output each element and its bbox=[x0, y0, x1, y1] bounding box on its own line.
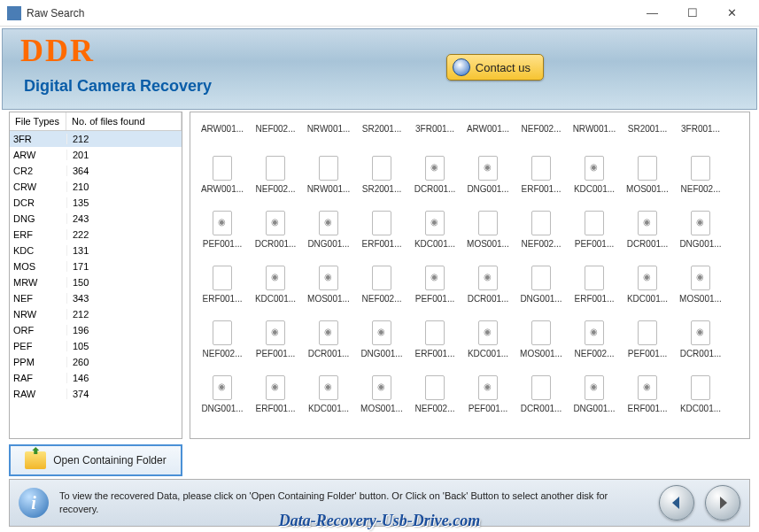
file-item[interactable]: MOS001... bbox=[515, 307, 567, 359]
file-type-row[interactable]: PPM260 bbox=[10, 354, 182, 370]
file-item[interactable]: 3FR001... bbox=[675, 118, 726, 139]
file-item[interactable]: NEF002... bbox=[250, 143, 301, 194]
files-grid-panel[interactable]: ARW001...NEF002...NRW001...SR2001...3FR0… bbox=[190, 112, 750, 439]
file-item[interactable]: ERF001... bbox=[569, 252, 620, 304]
file-item[interactable]: PEF001... bbox=[622, 307, 673, 359]
file-item[interactable]: PEF001... bbox=[250, 307, 301, 359]
file-item[interactable]: NEF002... bbox=[250, 118, 301, 139]
file-item[interactable]: DCR001... bbox=[303, 307, 354, 359]
file-item[interactable]: DCR001... bbox=[409, 143, 461, 194]
file-name: KDC001... bbox=[304, 404, 353, 413]
file-item[interactable]: DCR001... bbox=[622, 197, 673, 249]
file-type-row[interactable]: DCR135 bbox=[10, 195, 182, 211]
file-icon bbox=[638, 375, 657, 400]
contact-label: Contact us bbox=[476, 61, 531, 74]
file-item[interactable]: SR2001... bbox=[356, 143, 407, 194]
file-item[interactable]: PEF001... bbox=[462, 362, 514, 413]
file-item[interactable]: ARW001... bbox=[197, 143, 248, 194]
file-item[interactable]: DNG001... bbox=[675, 197, 726, 249]
file-item[interactable]: KDC001... bbox=[303, 362, 354, 413]
file-item[interactable]: DCR001... bbox=[675, 307, 726, 359]
file-item[interactable]: ERF001... bbox=[356, 197, 407, 249]
file-item[interactable]: ARW001... bbox=[197, 118, 248, 139]
file-item[interactable]: PEF001... bbox=[197, 197, 248, 249]
file-type-row[interactable]: MRW150 bbox=[10, 274, 182, 290]
file-item[interactable]: NRW001... bbox=[303, 143, 354, 194]
file-type-name: PPM bbox=[10, 357, 66, 367]
file-item[interactable]: KDC001... bbox=[569, 143, 620, 194]
file-item[interactable]: KDC001... bbox=[462, 307, 514, 359]
file-item[interactable]: MOS001... bbox=[356, 362, 407, 413]
file-type-row[interactable]: NEF343 bbox=[10, 290, 182, 306]
file-type-row[interactable]: ARW201 bbox=[10, 147, 182, 163]
file-item[interactable]: SR2001... bbox=[356, 118, 407, 139]
file-item[interactable]: NEF002... bbox=[569, 307, 620, 359]
file-item[interactable]: ERF001... bbox=[250, 362, 301, 413]
file-type-row[interactable]: ORF196 bbox=[10, 322, 182, 338]
file-type-row[interactable]: NRW212 bbox=[10, 306, 182, 322]
col-count[interactable]: No. of files found bbox=[66, 112, 182, 130]
file-item[interactable]: ERF001... bbox=[622, 362, 673, 413]
file-type-row[interactable]: RAF146 bbox=[10, 370, 182, 386]
open-containing-folder-button[interactable]: Open Containing Folder bbox=[9, 444, 182, 476]
file-name: DCR001... bbox=[516, 404, 566, 413]
file-item[interactable]: ERF001... bbox=[515, 143, 567, 194]
file-item[interactable]: DNG001... bbox=[303, 197, 354, 249]
file-type-row[interactable]: MOS171 bbox=[10, 258, 182, 274]
file-item[interactable]: DNG001... bbox=[356, 307, 407, 359]
file-item[interactable]: DNG001... bbox=[197, 362, 248, 413]
file-types-list[interactable]: 3FR212ARW201CR2364CRW210DCR135DNG243ERF2… bbox=[10, 131, 182, 438]
file-name: NEF002... bbox=[251, 184, 300, 194]
file-item[interactable]: SR2001... bbox=[622, 118, 673, 139]
file-item[interactable]: PEF001... bbox=[409, 252, 461, 304]
file-item[interactable]: MOS001... bbox=[303, 252, 354, 304]
back-button[interactable] bbox=[659, 485, 694, 520]
col-file-types[interactable]: File Types bbox=[10, 112, 66, 130]
file-item[interactable]: DCR001... bbox=[250, 197, 301, 249]
file-item[interactable]: NEF002... bbox=[409, 362, 461, 413]
file-icon bbox=[585, 156, 604, 181]
minimize-button[interactable]: — bbox=[632, 1, 672, 26]
file-item[interactable]: 3FR001... bbox=[409, 118, 461, 139]
file-item[interactable]: KDC001... bbox=[250, 252, 301, 304]
file-icon bbox=[638, 266, 657, 290]
file-type-row[interactable]: PEF105 bbox=[10, 338, 182, 354]
close-button[interactable]: ✕ bbox=[712, 1, 752, 26]
file-item[interactable]: NEF002... bbox=[675, 143, 726, 194]
file-type-row[interactable]: KDC131 bbox=[10, 243, 182, 258]
file-item[interactable]: DNG001... bbox=[569, 362, 620, 413]
file-item[interactable]: ERF001... bbox=[409, 307, 461, 359]
file-icon bbox=[213, 211, 232, 235]
file-item[interactable]: MOS001... bbox=[462, 197, 514, 249]
file-item[interactable]: KDC001... bbox=[622, 252, 673, 304]
file-item[interactable]: KDC001... bbox=[675, 362, 726, 413]
maximize-button[interactable]: ☐ bbox=[672, 1, 712, 26]
file-item[interactable]: NEF002... bbox=[515, 118, 567, 139]
file-type-row[interactable]: 3FR212 bbox=[10, 131, 182, 147]
file-item[interactable]: NRW001... bbox=[569, 118, 620, 139]
file-item[interactable]: DCR001... bbox=[462, 252, 514, 304]
file-type-count: 131 bbox=[66, 245, 182, 256]
file-item[interactable]: MOS001... bbox=[622, 143, 673, 194]
file-item[interactable]: DNG001... bbox=[515, 252, 567, 304]
file-item[interactable]: PEF001... bbox=[569, 197, 620, 249]
file-type-row[interactable]: RAW374 bbox=[10, 386, 182, 402]
file-item[interactable]: MOS001... bbox=[675, 252, 726, 304]
file-item[interactable]: NEF002... bbox=[356, 252, 407, 304]
file-item[interactable]: DCR001... bbox=[515, 362, 567, 413]
file-item[interactable]: ERF001... bbox=[197, 252, 248, 304]
file-type-row[interactable]: ERF222 bbox=[10, 227, 182, 243]
file-name: NEF002... bbox=[516, 124, 566, 134]
file-item[interactable]: NEF002... bbox=[197, 307, 248, 359]
file-type-row[interactable]: CR2364 bbox=[10, 163, 182, 179]
file-type-row[interactable]: CRW210 bbox=[10, 179, 182, 195]
file-type-row[interactable]: DNG243 bbox=[10, 211, 182, 227]
file-item[interactable]: NRW001... bbox=[303, 118, 354, 139]
file-type-count: 146 bbox=[66, 373, 182, 383]
next-button[interactable] bbox=[705, 485, 740, 520]
file-item[interactable]: NEF002... bbox=[515, 197, 567, 249]
file-item[interactable]: KDC001... bbox=[409, 197, 461, 249]
file-item[interactable]: DNG001... bbox=[462, 143, 514, 194]
file-item[interactable]: ARW001... bbox=[462, 118, 514, 139]
contact-us-button[interactable]: Contact us bbox=[446, 54, 544, 81]
